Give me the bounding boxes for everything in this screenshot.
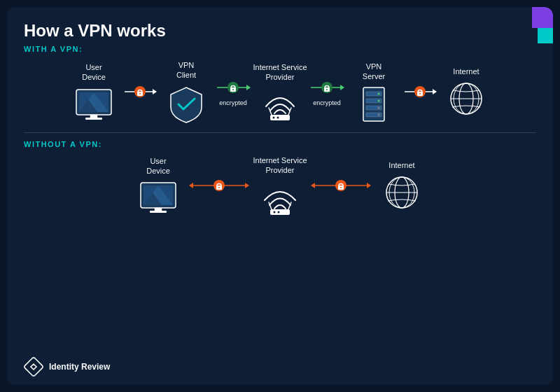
vpn-client-label: VPNClient — [176, 60, 196, 80]
isp-label: Internet ServiceProvider — [253, 62, 307, 83]
logo-text: Identity Review — [49, 362, 110, 372]
without-vpn-section: WITHOUT A VPN: UserDevice — [24, 140, 536, 216]
user-device-2-icon — [137, 180, 179, 215]
connector-2: encrypted — [216, 77, 251, 106]
vpn-server-label: VPNServer — [363, 62, 385, 82]
svg-point-33 — [378, 106, 380, 108]
node-user-device: UserDevice — [66, 62, 122, 122]
svg-rect-56 — [270, 209, 290, 215]
encrypted-label-1: encrypted — [219, 99, 247, 106]
user-device-2-label: UserDevice — [146, 156, 170, 176]
logo-icon — [24, 357, 43, 377]
node-internet: Internet — [438, 66, 494, 117]
internet-2-label: Internet — [388, 160, 414, 170]
isp-2-label: Internet ServiceProvider — [253, 155, 307, 176]
svg-marker-22 — [340, 85, 344, 90]
svg-marker-52 — [245, 183, 249, 188]
svg-point-15 — [232, 89, 234, 90]
svg-point-10 — [139, 93, 141, 94]
svg-point-55 — [218, 187, 220, 188]
svg-marker-63 — [367, 183, 371, 188]
svg-marker-12 — [246, 85, 251, 90]
without-vpn-label: WITHOUT A VPN: — [24, 140, 536, 148]
with-vpn-label: WITH A VPN: — [24, 45, 536, 53]
user-device-icon — [73, 87, 115, 122]
svg-point-25 — [326, 89, 328, 90]
svg-point-66 — [340, 187, 342, 188]
corner-decoration-purple — [532, 7, 553, 28]
node-user-device-2: UserDevice — [130, 156, 186, 216]
internet-icon — [447, 80, 486, 117]
logo-bar: Identity Review — [24, 357, 110, 377]
node-internet-2: Internet — [374, 160, 430, 211]
section-divider — [24, 132, 536, 133]
svg-marker-51 — [189, 183, 193, 188]
svg-point-18 — [277, 116, 279, 118]
corner-decoration-teal — [538, 28, 553, 43]
with-vpn-section: WITH A VPN: UserDevice — [24, 45, 536, 124]
main-container: How a VPN works WITH A VPN: UserDevice — [7, 7, 553, 385]
svg-marker-7 — [153, 89, 157, 94]
svg-marker-62 — [311, 183, 315, 188]
connector-3: encrypted — [309, 77, 344, 106]
svg-point-39 — [419, 93, 421, 94]
svg-point-32 — [378, 99, 380, 102]
isp-2-icon — [259, 179, 301, 216]
svg-marker-36 — [433, 89, 437, 94]
encrypted-label-2: encrypted — [313, 99, 341, 106]
node-vpn-client: VPNClient — [158, 60, 214, 124]
svg-point-31 — [378, 92, 380, 94]
svg-point-17 — [273, 116, 275, 118]
isp-icon — [260, 87, 300, 122]
node-isp: Internet ServiceProvider — [252, 62, 308, 122]
vpn-server-icon — [358, 86, 390, 122]
without-vpn-diagram: UserDevice — [24, 155, 536, 216]
internet-2-icon — [382, 174, 421, 211]
connector-1 — [123, 81, 157, 102]
svg-point-58 — [278, 211, 280, 214]
node-isp-2: Internet ServiceProvider — [252, 155, 308, 216]
connector-5 — [188, 175, 251, 196]
page-title: How a VPN works — [24, 21, 536, 41]
svg-rect-49 — [150, 211, 167, 213]
svg-rect-5 — [85, 118, 102, 120]
with-vpn-diagram: UserDevice — [24, 60, 536, 124]
vpn-client-icon — [167, 85, 206, 124]
connector-4 — [403, 81, 437, 102]
node-vpn-server: VPNServer — [346, 62, 402, 122]
connector-6 — [309, 175, 372, 196]
svg-point-34 — [378, 113, 380, 115]
internet-label: Internet — [453, 66, 479, 76]
svg-point-57 — [274, 211, 276, 214]
user-device-label: UserDevice — [82, 62, 106, 83]
svg-rect-71 — [24, 357, 43, 377]
